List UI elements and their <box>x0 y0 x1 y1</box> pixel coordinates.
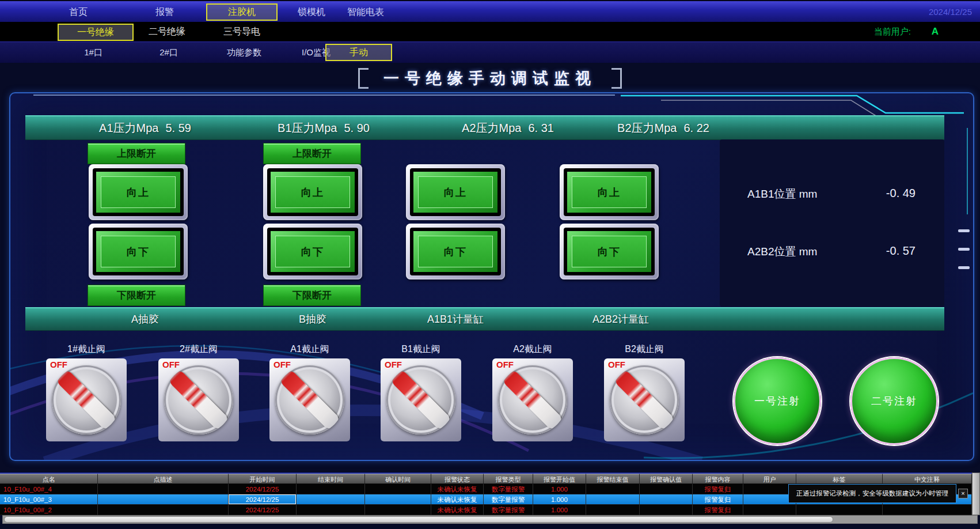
inject-button-2[interactable]: 二号注射 <box>850 357 938 445</box>
cell: 2024/12/25 <box>229 505 297 515</box>
cell <box>883 505 972 515</box>
jog-up-button-a1[interactable]: 向上 <box>89 164 188 220</box>
valve-switch-a1[interactable]: OFF <box>269 358 350 441</box>
cell: 10_F10u_00#_4 <box>0 484 98 494</box>
valve-knob-icon <box>610 365 679 434</box>
valve-label-1: 1#截止阀 <box>67 343 105 356</box>
col-alarm-ack-value: 报警确认值 <box>640 474 693 484</box>
col-ack-time: 确认时间 <box>365 474 431 484</box>
valve-switch-b1[interactable]: OFF <box>381 358 461 441</box>
valve-switch-a2[interactable]: OFF <box>492 358 573 441</box>
cell: 10_F10u_00#_2 <box>0 505 98 515</box>
inject-button-1[interactable]: 一号注射 <box>734 357 821 445</box>
valve-switch-1[interactable]: OFF <box>46 358 127 441</box>
jog-up-button-a2[interactable]: 向上 <box>406 164 505 220</box>
subnav-item-conductive-3[interactable]: 三号导电 <box>223 22 260 41</box>
col-alarm-start-value: 报警开始值 <box>533 474 586 484</box>
position-display-panel <box>720 139 944 307</box>
alarm-table-header: 点名 点描述 开始时间 结束时间 确认时间 报警状态 报警类型 报警开始值 报警… <box>0 474 972 484</box>
tab-port-2[interactable]: 2#口 <box>159 42 178 63</box>
close-icon[interactable]: × <box>958 489 968 498</box>
jog-down-button-b1[interactable]: 向下 <box>263 224 362 279</box>
upper-limit-status-b1: 上限断开 <box>263 143 361 164</box>
tab-function-params[interactable]: 功能参数 <box>227 42 261 63</box>
nav-item-home[interactable]: 首页 <box>69 1 88 23</box>
subnav-item-insulation-1[interactable]: 一号绝缘 <box>58 24 134 41</box>
valve-handle-icon <box>55 368 118 432</box>
nav-item-clamping-machine[interactable]: 锁模机 <box>298 1 325 23</box>
pressure-b2-value: 6. 22 <box>683 122 709 134</box>
cell <box>98 484 229 494</box>
pressure-header-bar: A1压力Mpa5. 59 B1压力Mpa5. 90 A2压力Mpa6. 31 B… <box>25 115 944 140</box>
alarm-row[interactable]: 10_F10u_00#_22024/12/25未确认未恢复数字量报警1.000报… <box>0 505 972 515</box>
col-alarm-end-value: 报警结束值 <box>586 474 640 484</box>
cell: 数字量报警 <box>484 505 533 515</box>
tab-bar: 1#口 2#口 功能参数 I/O监视 手动 <box>0 41 980 63</box>
main-panel: A1压力Mpa5. 59 B1压力Mpa5. 90 A2压力Mpa6. 31 B… <box>9 92 974 461</box>
cell <box>743 505 796 515</box>
valve-label-a2: A2截止阀 <box>513 343 552 356</box>
hmi-screen: 首页 报警 注胶机 锁模机 智能电表 2024/12/25 一号绝缘 二号绝缘 … <box>0 0 980 529</box>
upper-limit-status-a1: 上限断开 <box>88 143 185 164</box>
cell: 报警复归 <box>693 484 743 494</box>
sub-nav-bar: 一号绝缘 二号绝缘 三号导电 当前用户: A <box>0 22 980 41</box>
table-horizontal-scrollbar[interactable] <box>2 515 978 524</box>
cell <box>796 505 883 515</box>
scrollbar-thumb[interactable] <box>4 516 833 523</box>
nav-item-alarm[interactable]: 报警 <box>155 1 174 23</box>
cell: 未确认未恢复 <box>431 484 484 494</box>
cell: 1.000 <box>533 484 586 494</box>
pressure-b1-value: 5. 90 <box>344 122 369 134</box>
cell <box>586 505 640 515</box>
pressure-a1-value: 5. 59 <box>165 122 191 134</box>
cell: 报警复归 <box>693 505 743 515</box>
page-title: 一号绝缘手动调试监视 <box>383 68 597 89</box>
col-point-name: 点名 <box>0 474 98 484</box>
valve-state-b2: OFF <box>608 360 625 369</box>
pressure-a2-value: 6. 31 <box>528 122 553 134</box>
cell <box>586 494 640 505</box>
nav-item-injection-machine[interactable]: 注胶机 <box>206 3 278 21</box>
jog-down-button-b2[interactable]: 向下 <box>560 224 659 279</box>
edge-notch-icon <box>958 229 970 232</box>
nav-item-smart-meter[interactable]: 智能电表 <box>347 1 384 23</box>
valve-knob-icon <box>386 365 455 434</box>
jog-down-button-a2[interactable]: 向下 <box>406 224 505 279</box>
cell <box>297 494 365 505</box>
jog-up-button-b1[interactable]: 向上 <box>263 164 362 220</box>
cell <box>365 484 431 494</box>
jog-down-label-b2: 向下 <box>598 245 621 259</box>
col-point-desc: 点描述 <box>98 474 229 484</box>
cell <box>365 505 431 515</box>
jog-down-button-a1[interactable]: 向下 <box>89 224 188 279</box>
lower-limit-status-b1: 下限断开 <box>263 285 361 306</box>
col-alarm-type: 报警类型 <box>484 474 533 484</box>
subnav-item-insulation-2[interactable]: 二号绝缘 <box>149 22 185 41</box>
col-alarm-content: 报警内容 <box>693 474 743 484</box>
section-b-suction: B抽胶 <box>299 308 326 330</box>
position-a1b1-label: A1B1位置 mm <box>747 187 817 202</box>
cell <box>640 494 693 505</box>
col-tag: 标签 <box>796 474 883 484</box>
jog-up-button-b2[interactable]: 向上 <box>560 164 659 220</box>
valve-switch-b2[interactable]: OFF <box>604 358 685 441</box>
position-a2b2-value: -0. 57 <box>851 243 916 258</box>
col-start-time: 开始时间 <box>229 474 297 484</box>
jog-up-label-b1: 向上 <box>301 186 324 199</box>
cell: 数字量报警 <box>484 494 533 505</box>
col-note: 中文注释 <box>883 474 972 484</box>
top-nav-bar: 首页 报警 注胶机 锁模机 智能电表 2024/12/25 <box>0 0 980 24</box>
valve-knob-icon <box>275 365 344 434</box>
valve-switch-2[interactable]: OFF <box>158 358 239 441</box>
cell: 1.000 <box>533 494 586 505</box>
valve-label-b2: B2截止阀 <box>625 343 664 356</box>
tab-manual[interactable]: 手动 <box>325 44 392 61</box>
cell-focused: 2024/12/25 <box>229 494 297 505</box>
date-display: 2024/12/25 <box>929 1 972 23</box>
jog-down-label-a2: 向下 <box>444 245 467 259</box>
tab-port-1[interactable]: 1#口 <box>84 42 102 63</box>
table-vertical-scrollbar[interactable] <box>972 473 980 515</box>
pressure-b1: B1压力Mpa5. 90 <box>278 116 370 139</box>
edge-notch-icon <box>958 266 970 269</box>
pressure-a1: A1压力Mpa5. 59 <box>99 116 191 139</box>
